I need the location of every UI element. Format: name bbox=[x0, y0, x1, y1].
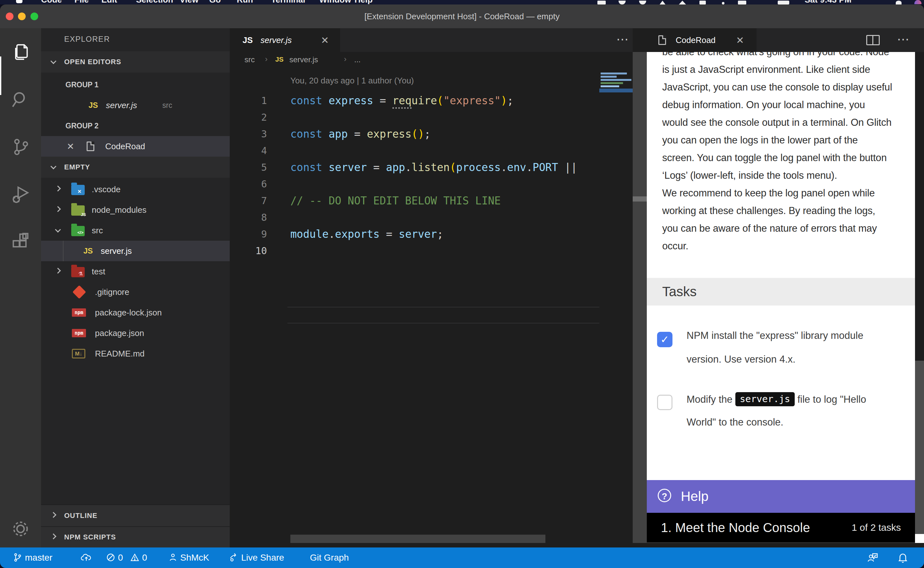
search-icon[interactable] bbox=[11, 90, 30, 109]
code-line: const app = express(); bbox=[290, 126, 599, 142]
apple-logo-icon[interactable] bbox=[16, 0, 23, 3]
tray-triangle-icon[interactable] bbox=[679, 1, 686, 5]
menu-clock[interactable]: Sat 9:43 PM bbox=[805, 0, 852, 5]
folder-section-header[interactable]: EMPTY bbox=[41, 157, 230, 178]
horizontal-scrollbar-thumb[interactable] bbox=[290, 535, 546, 543]
tree-item-vscode[interactable]: ✕ .vscode bbox=[41, 179, 230, 199]
git-graph-status-item[interactable]: Git Graph bbox=[310, 547, 349, 568]
feedback-person-icon bbox=[866, 551, 879, 563]
volume-icon[interactable] bbox=[738, 1, 746, 5]
code-token: PORT bbox=[532, 161, 558, 174]
active-view-indicator bbox=[0, 56, 1, 95]
feedback-status-item[interactable] bbox=[866, 547, 879, 568]
run-debug-icon[interactable] bbox=[11, 185, 30, 204]
menu-view[interactable]: View bbox=[180, 0, 199, 5]
menu-window[interactable]: Window bbox=[319, 0, 351, 5]
close-tab-icon[interactable]: ✕ bbox=[321, 35, 329, 46]
screenshot-root: Code File Edit Selection View Go Run Ter… bbox=[0, 0, 924, 568]
tree-item-src[interactable]: </> src bbox=[41, 220, 230, 241]
tab-coderoad[interactable]: CodeRoad ✕ bbox=[647, 28, 757, 52]
breadcrumb-symbol[interactable]: ... bbox=[354, 55, 360, 64]
lesson-text: screen. You can toggle the log panel wit… bbox=[662, 152, 887, 164]
breadcrumb-file[interactable]: server.js bbox=[289, 55, 318, 64]
code-token: const bbox=[290, 94, 329, 107]
branch-status-item[interactable]: master bbox=[13, 547, 52, 568]
npm-icon: npm bbox=[72, 308, 86, 317]
menu-file[interactable]: File bbox=[74, 0, 89, 5]
account-status-item[interactable]: ShMcK bbox=[168, 547, 209, 568]
line-number: 2 bbox=[230, 109, 267, 126]
settings-gear-icon[interactable] bbox=[11, 519, 30, 538]
open-editors-header[interactable]: OPEN EDITORS bbox=[41, 51, 230, 73]
live-share-status-item[interactable]: Live Share bbox=[228, 547, 284, 568]
code-token: req bbox=[392, 94, 412, 109]
code-editor[interactable]: You, 20 days ago | 1 author (You) 1 2 3 … bbox=[230, 69, 599, 543]
webview-scrollbar-thumb[interactable] bbox=[915, 52, 924, 361]
notifications-status-item[interactable] bbox=[897, 547, 909, 568]
source-control-icon[interactable] bbox=[11, 137, 30, 157]
extensions-icon[interactable] bbox=[11, 232, 30, 252]
editor-overview-ruler[interactable] bbox=[633, 52, 647, 543]
lesson-footer[interactable]: 1. Meet the Node Console 1 of 2 tasks bbox=[647, 513, 915, 542]
activity-bar bbox=[0, 28, 41, 547]
explorer-icon[interactable] bbox=[11, 42, 30, 62]
code-token: || bbox=[558, 161, 577, 174]
line-number-active: 10 bbox=[230, 243, 267, 259]
shield-icon[interactable] bbox=[639, 1, 646, 5]
tree-item-test[interactable]: ⚗ test bbox=[41, 261, 230, 282]
publish-status-item[interactable] bbox=[81, 547, 92, 568]
close-icon[interactable]: ✕ bbox=[67, 141, 74, 152]
tasks-heading: Tasks bbox=[662, 278, 696, 305]
cursor-icon[interactable] bbox=[660, 1, 665, 5]
lesson-text: occur. bbox=[662, 240, 689, 252]
tree-item-node-modules[interactable]: JS node_modules bbox=[41, 199, 230, 220]
menu-terminal[interactable]: Terminal bbox=[271, 0, 305, 5]
spotlight-icon[interactable] bbox=[896, 1, 901, 5]
webview-more-actions[interactable]: ⋯ bbox=[892, 28, 914, 52]
menu-selection[interactable]: Selection bbox=[136, 0, 173, 5]
help-bar[interactable]: ? Help bbox=[647, 480, 915, 513]
menu-go[interactable]: Go bbox=[209, 0, 221, 5]
tree-item-gitignore[interactable]: .gitignore bbox=[41, 282, 230, 302]
title-bar[interactable]: [Extension Development Host] - CodeRoad … bbox=[0, 5, 924, 28]
close-tab-icon[interactable]: ✕ bbox=[736, 35, 744, 46]
dot-icon[interactable] bbox=[722, 2, 724, 5]
scrollbar-handle[interactable] bbox=[633, 196, 647, 201]
breadcrumb-folder[interactable]: src bbox=[244, 55, 255, 64]
git-blame-annotation[interactable]: You, 20 days ago | 1 author (You) bbox=[290, 76, 414, 86]
src-folder-icon: </> bbox=[71, 226, 85, 236]
npm-scripts-header[interactable]: NPM SCRIPTS bbox=[41, 526, 230, 547]
shield-icon[interactable] bbox=[619, 1, 626, 5]
siri-icon[interactable] bbox=[914, 0, 921, 4]
code-token: ; bbox=[424, 128, 431, 140]
task2-checkbox[interactable] bbox=[657, 395, 672, 410]
minimap-slider[interactable] bbox=[599, 89, 633, 92]
js-file-icon: JS bbox=[275, 56, 283, 63]
tray-icon[interactable] bbox=[597, 1, 606, 5]
tab-serverjs[interactable]: JS server.js ✕ bbox=[230, 28, 340, 52]
pencil-icon[interactable] bbox=[699, 1, 706, 5]
tree-item-package-json[interactable]: npm package.json bbox=[41, 323, 230, 343]
battery-icon[interactable] bbox=[778, 1, 789, 5]
webview-scrollbar-track[interactable] bbox=[915, 361, 924, 543]
outline-header[interactable]: OUTLINE bbox=[41, 505, 230, 526]
npm-icon: npm bbox=[72, 329, 86, 337]
menu-run[interactable]: Run bbox=[237, 0, 253, 5]
split-editor-icon[interactable] bbox=[866, 35, 880, 45]
open-editor-serverjs[interactable]: JS server.js src bbox=[41, 95, 230, 116]
problems-status-item[interactable]: 0 0 bbox=[106, 547, 147, 568]
open-editor-coderoad[interactable]: ✕ CodeRoad bbox=[41, 136, 230, 157]
code-token: ( bbox=[437, 94, 443, 107]
task1-checkbox[interactable]: ✓ bbox=[657, 332, 672, 347]
menu-code[interactable]: Code bbox=[41, 0, 62, 5]
code-line: const express = require("express"); bbox=[290, 92, 599, 109]
tree-item-serverjs[interactable]: JS server.js bbox=[41, 241, 230, 261]
menu-help[interactable]: Help bbox=[354, 0, 372, 5]
lesson-text: be able to check what's going on in your… bbox=[662, 52, 889, 58]
code-token: = bbox=[373, 161, 386, 174]
menu-edit[interactable]: Edit bbox=[101, 0, 117, 5]
tree-item-package-lock[interactable]: npm package-lock.json bbox=[41, 302, 230, 323]
tree-item-readme[interactable]: M↓ README.md bbox=[41, 343, 230, 364]
minimap[interactable] bbox=[599, 69, 633, 543]
editor-more-actions[interactable]: ⋯ bbox=[611, 28, 634, 52]
